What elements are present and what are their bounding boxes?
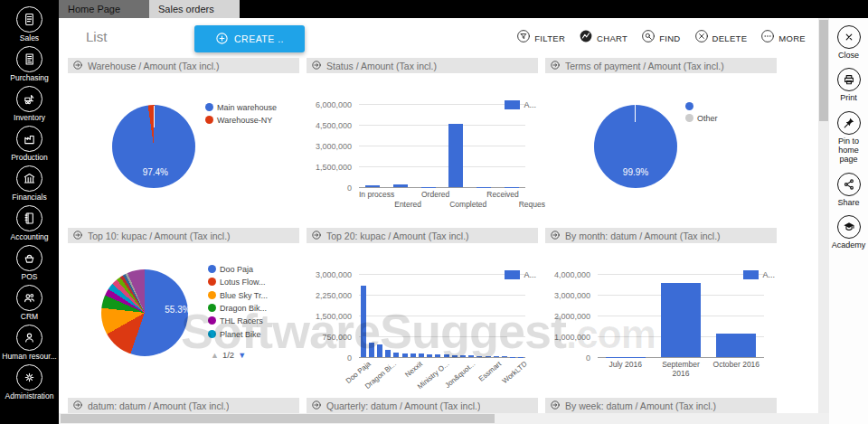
sidebar-item-financials[interactable]: Financials (12, 165, 46, 202)
sidebar-item-accounting[interactable]: Accounting (10, 205, 48, 241)
bar-cell (414, 104, 442, 187)
legend-dot (208, 316, 216, 325)
legend-label: Lotus Flow... (220, 278, 266, 287)
pos-basket-icon (16, 245, 42, 271)
tab-home-page[interactable]: Home Page (59, 0, 149, 18)
panel-title: By week: datum / Amount (Tax incl.) (565, 400, 716, 411)
legend-pager: ▲1/2▼ (211, 350, 246, 360)
sidebar-item-inventory[interactable]: Inventory (14, 86, 45, 122)
create-button[interactable]: CREATE .. (194, 25, 305, 52)
chart-panel-top-10-kupac-amount-tax-incl: Top 10: kupac / Amount (Tax incl.)55.3%D… (68, 228, 299, 388)
action-filter[interactable]: FILTER (516, 29, 565, 47)
pager-down-icon[interactable]: ▼ (238, 351, 246, 360)
pie-percent-label: 99.9% (623, 166, 648, 176)
panel-header[interactable]: Status / Amount (Tax incl.) (307, 58, 538, 73)
financials-bank-icon (16, 165, 42, 192)
legend-label: A... (524, 270, 536, 279)
panel-header[interactable]: Terms of payment / Amount (Tax incl.) (545, 58, 777, 73)
legend-item: Lotus Flow... (208, 278, 298, 287)
sidebar-item-administration[interactable]: Administration (5, 364, 54, 400)
panel-header[interactable]: By week: datum / Amount (Tax incl.) (545, 398, 777, 413)
panel-header[interactable]: By month: datum / Amount (Tax incl.) (545, 228, 777, 243)
y-axis-tick: 3,000,000 (307, 270, 352, 279)
bar-cell (470, 104, 498, 187)
x-axis-label: September 2016 (653, 361, 708, 379)
hr-person-icon (16, 325, 42, 351)
legend-dot (205, 103, 213, 111)
y-axis-tick: 1,500,000 (307, 312, 352, 321)
action-delete[interactable]: DELETE (694, 29, 748, 47)
print-icon (842, 72, 856, 87)
y-axis-tick: 4,500,000 (307, 121, 352, 130)
y-axis-tick: 0 (545, 353, 590, 363)
action-label: FIND (659, 33, 680, 43)
horizontal-scrollbar[interactable] (59, 413, 829, 424)
arrow-icon (550, 58, 561, 74)
action-chart[interactable]: CHART (579, 29, 627, 47)
bar (393, 353, 399, 357)
arrow-icon (550, 230, 561, 240)
rail-item-print[interactable]: Print (829, 68, 868, 102)
legend-label: A... (762, 270, 775, 279)
panel-header[interactable]: Top 10: kupac / Amount (Tax incl.) (68, 228, 299, 243)
x-axis-label: In process (359, 190, 394, 199)
arrow-icon (311, 228, 322, 244)
sidebar-item-label: Production (11, 153, 48, 162)
vertical-scrollbar[interactable] (818, 18, 829, 413)
vertical-scrollbar-thumb[interactable] (819, 20, 828, 121)
chart-panel-quarterly-datum-amount-tax-incl: Quarterly: datum / Amount (Tax incl.) (307, 398, 538, 413)
pin-icon (837, 111, 861, 135)
sales-document-icon (16, 6, 42, 33)
legend-dot (208, 265, 216, 273)
rail-item-share[interactable]: Share (829, 173, 868, 207)
horizontal-scrollbar-thumb[interactable] (61, 414, 495, 423)
bar-chart: 6,000,0004,500,0003,000,0001,500,0000A..… (307, 73, 538, 218)
legend-swatch (743, 270, 759, 279)
pos-basket-icon (22, 250, 37, 266)
panel-title: By month: datum / Amount (Tax incl.) (565, 231, 721, 241)
delete-icon (694, 29, 709, 43)
panel-header[interactable]: Quarterly: datum / Amount (Tax incl.) (307, 398, 538, 413)
rail-item-academy[interactable]: Academy (829, 215, 868, 250)
panel-header[interactable]: datum: datum / Amount (Tax incl.) (68, 398, 299, 413)
plus-icon (215, 32, 229, 47)
tab-sales-orders[interactable]: Sales orders (149, 0, 240, 18)
pager-up-icon[interactable]: ▲ (211, 351, 219, 360)
x-axis-labels: Doo PajaDragon Bi...NexxitMinistry O...J… (346, 358, 529, 389)
sidebar-item-production[interactable]: Production (11, 126, 48, 162)
bar (476, 356, 482, 357)
rail-item-label: Print (829, 93, 868, 102)
filter-icon (516, 29, 531, 43)
sidebar-item-human-resour[interactable]: Human resour... (2, 325, 56, 361)
pie-chart: 97.4%Main warehouseWarehouse-NY (68, 73, 299, 218)
action-find[interactable]: FIND (641, 29, 680, 47)
action-more[interactable]: MORE (760, 29, 806, 47)
y-axis-tick: 3,000,000 (307, 142, 352, 151)
bar-cell (442, 274, 450, 357)
x-axis-label: Essmart (476, 358, 503, 389)
panel-header[interactable]: Warehouse / Amount (Tax incl.) (68, 58, 299, 73)
sidebar-item-pos[interactable]: POS (16, 245, 42, 281)
arrow-icon (72, 228, 83, 244)
rail-item-pin-to-home-page[interactable]: Pin to home page (829, 111, 868, 165)
sidebar-item-crm[interactable]: CRM (16, 285, 42, 321)
bar-cell (492, 274, 500, 357)
list-header: List CREATE .. FILTERCHARTFINDDELETEMORE (59, 18, 818, 58)
arrow-icon (311, 230, 322, 240)
arrow-icon (550, 60, 561, 71)
bar-legend: A... (505, 270, 536, 279)
sidebar-item-sales[interactable]: Sales (16, 6, 42, 42)
pie-legend: Doo PajaLotus Flow...Blue Sky Tr...Drago… (208, 265, 298, 339)
bar (377, 344, 382, 357)
rail-item-close[interactable]: Close (829, 25, 868, 60)
y-axis-tick: 0 (307, 353, 352, 363)
legend-item: Other (685, 114, 776, 123)
y-axis-tick: 4,000,000 (545, 270, 590, 279)
arrow-icon (72, 400, 83, 410)
sidebar-item-purchasing[interactable]: Purchasing (10, 46, 49, 82)
bar-legend: A... (505, 100, 536, 109)
sidebar-item-label: Inventory (14, 113, 45, 122)
panel-header[interactable]: Top 20: kupac / Amount (Tax incl.) (307, 228, 538, 243)
more-icon (760, 29, 775, 43)
x-axis-label: WorkLTD (503, 358, 529, 389)
